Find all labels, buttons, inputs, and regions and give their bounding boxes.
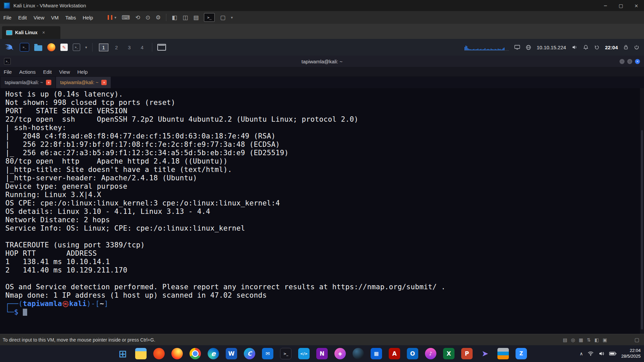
- workspace-1[interactable]: 1: [99, 44, 108, 51]
- clock-widget[interactable]: 22:04 28/5/2025: [621, 348, 641, 359]
- taskbar-brave[interactable]: [153, 348, 165, 359]
- taskbar-onenote[interactable]: N: [316, 348, 328, 359]
- close-tab-icon[interactable]: ×: [46, 80, 51, 85]
- status-printer-icon[interactable]: ▣: [603, 337, 607, 343]
- start-button[interactable]: ⊞: [117, 348, 128, 359]
- menu-edit[interactable]: Edit: [15, 15, 30, 20]
- taskbar-store[interactable]: ▦: [371, 348, 382, 359]
- taskbar-photos[interactable]: ◈: [334, 348, 346, 359]
- terminal-menu-help[interactable]: Help: [73, 69, 91, 75]
- fullscreen-chevron-icon[interactable]: ▾: [231, 15, 233, 20]
- console-view-button[interactable]: >_: [204, 13, 215, 22]
- status-usb-icon[interactable]: ⇅: [587, 337, 591, 343]
- vmware-toolbar: ▾ ⌨ ⟲ ⊙ ⚙ ◧ ◫ ▤ >_ ▢ ▾: [108, 13, 233, 22]
- taskbar-acrobat[interactable]: A: [389, 348, 400, 359]
- taskbar-file-explorer[interactable]: [135, 348, 147, 359]
- terminal-menu-view[interactable]: View: [55, 69, 73, 75]
- kali-menu-icon[interactable]: [4, 43, 15, 51]
- taskbar-canva[interactable]: C: [244, 348, 255, 359]
- status-harddisk-icon[interactable]: ▤: [563, 337, 567, 343]
- hidden-icons-chevron[interactable]: ∧: [580, 351, 583, 356]
- taskbar-chrome[interactable]: [190, 348, 201, 359]
- fullscreen-button[interactable]: ▢: [220, 14, 225, 21]
- suspend-vm-button[interactable]: ▾: [108, 15, 116, 20]
- battery-icon[interactable]: [609, 351, 616, 356]
- vm-tab-kali-linux[interactable]: Kali Linux ×: [2, 26, 60, 39]
- workspace-3[interactable]: 3: [124, 44, 134, 51]
- notifications-bell-icon[interactable]: [583, 45, 589, 50]
- volume-icon[interactable]: [572, 44, 578, 50]
- terminal-titlebar[interactable]: >_ tapiwamla@kali: ~ – ▫ ×: [0, 56, 644, 67]
- chevron-down-icon[interactable]: ▾: [114, 15, 116, 20]
- firefox-icon[interactable]: [47, 43, 55, 51]
- prompt-username: tapiwamla: [23, 300, 62, 308]
- file-manager-icon[interactable]: [34, 45, 42, 51]
- taskbar-outlook[interactable]: O: [407, 348, 418, 359]
- panel-clock[interactable]: 22:04: [605, 45, 618, 50]
- terminal-minimize-button[interactable]: –: [620, 59, 625, 64]
- terminal-icon[interactable]: >_: [20, 43, 29, 52]
- menu-file[interactable]: File: [0, 15, 15, 20]
- terminal-tab-1[interactable]: tapiwamla@kali: ~ ×: [1, 77, 55, 88]
- close-button[interactable]: ×: [629, 0, 644, 11]
- window-title: Kali Linux - VMware Workstation: [13, 3, 86, 8]
- terminal-menu-edit[interactable]: Edit: [39, 69, 55, 75]
- menu-view[interactable]: View: [30, 15, 48, 20]
- status-cdrom-icon[interactable]: ◎: [571, 337, 575, 343]
- terminal-profile-icon[interactable]: >_: [73, 44, 80, 51]
- summary-view-button[interactable]: ▤: [193, 14, 199, 21]
- maximize-button[interactable]: ▢: [613, 0, 629, 11]
- volume-icon[interactable]: [598, 351, 604, 357]
- terminal-tab-2-active[interactable]: tapiwamla@kali: ~ ×: [56, 77, 111, 88]
- taskbar-steam[interactable]: [353, 348, 364, 359]
- taskbar-zoom[interactable]: Z: [516, 348, 527, 359]
- scrollbar-thumb[interactable]: [641, 130, 643, 329]
- status-sound-icon[interactable]: ◧: [595, 337, 599, 343]
- taskbar-vmware[interactable]: [497, 348, 509, 359]
- terminal-maximize-button[interactable]: ▫: [627, 59, 632, 64]
- minimize-button[interactable]: ─: [598, 0, 613, 11]
- taskbar-powerpoint[interactable]: P: [461, 348, 473, 359]
- screen-lock-icon[interactable]: [623, 45, 629, 50]
- taskbar-vscode[interactable]: </>: [298, 348, 310, 359]
- show-library-button[interactable]: ◧: [172, 14, 177, 21]
- power-icon[interactable]: [634, 45, 639, 50]
- vpn-ip-address[interactable]: 10.10.15.224: [537, 45, 566, 50]
- close-tab-icon[interactable]: ×: [42, 30, 45, 35]
- terminal-menu-file[interactable]: File: [0, 69, 15, 75]
- ctrl-alt-del-button[interactable]: ⌨: [122, 14, 130, 21]
- close-tab-icon[interactable]: ×: [101, 80, 107, 85]
- chevron-down-icon[interactable]: ▾: [85, 45, 87, 50]
- terminal-content[interactable]: Host is up (0.14s latency). Not shown: 9…: [0, 88, 644, 335]
- active-window-icon[interactable]: [157, 44, 166, 51]
- menu-help[interactable]: Help: [79, 15, 96, 20]
- terminal-scrollbar[interactable]: [640, 88, 644, 335]
- vm-tab-bar: Kali Linux ×: [0, 24, 644, 39]
- menu-tabs[interactable]: Tabs: [62, 15, 79, 20]
- display-icon[interactable]: [514, 44, 520, 50]
- take-snapshot-button[interactable]: ⊙: [146, 14, 150, 21]
- workspace-4[interactable]: 4: [138, 44, 147, 51]
- menu-vm[interactable]: VM: [48, 15, 62, 20]
- vpn-network-icon[interactable]: [526, 45, 531, 50]
- taskbar-word[interactable]: W: [226, 348, 237, 359]
- snapshot-manager-button[interactable]: ⚙: [156, 14, 161, 21]
- updates-icon[interactable]: [594, 45, 600, 50]
- restore-layout-icon[interactable]: ▢: [635, 337, 639, 343]
- terminal-close-button[interactable]: ×: [635, 59, 640, 64]
- wifi-icon[interactable]: [588, 351, 594, 357]
- taskbar-telegram[interactable]: ➤: [479, 348, 491, 359]
- taskbar-terminal[interactable]: >_: [280, 348, 291, 359]
- taskbar-mail[interactable]: ✉: [262, 348, 273, 359]
- taskbar-excel[interactable]: X: [443, 348, 454, 359]
- cpu-usage-graph[interactable]: [465, 44, 509, 51]
- workspace-2[interactable]: 2: [112, 44, 121, 51]
- snapshot-revert-button[interactable]: ⟲: [135, 14, 140, 21]
- text-editor-icon[interactable]: ✎: [60, 44, 68, 51]
- taskbar-music[interactable]: ♪: [425, 348, 436, 359]
- taskbar-edge[interactable]: e: [208, 348, 219, 359]
- terminal-menu-actions[interactable]: Actions: [15, 69, 39, 75]
- taskbar-firefox[interactable]: [171, 348, 183, 359]
- thumbnail-bar-button[interactable]: ◫: [182, 14, 188, 21]
- status-network-icon[interactable]: ▦: [579, 337, 583, 343]
